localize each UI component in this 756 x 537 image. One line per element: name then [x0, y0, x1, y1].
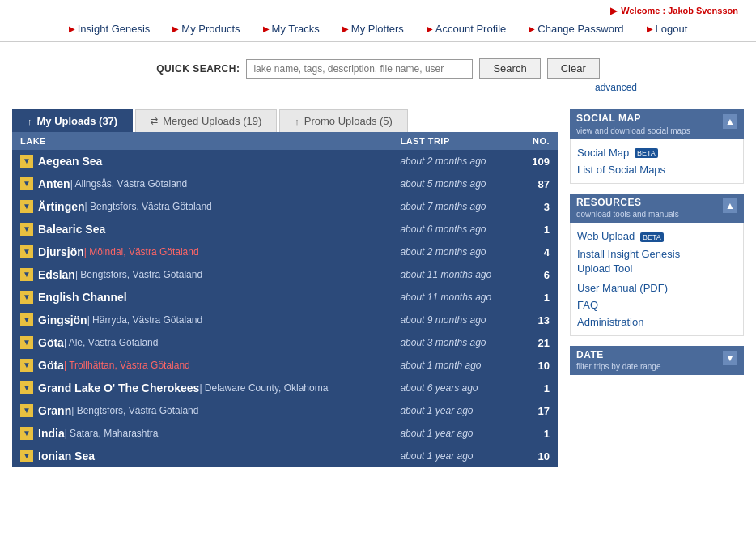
- row-no: 1: [518, 218, 558, 241]
- table-row[interactable]: ▼ Djursjön | Mölndal, Västra Götaland ab…: [12, 241, 558, 263]
- last-trip: about 3 months ago: [392, 331, 518, 354]
- row-arrow: ▼: [20, 427, 33, 440]
- lake-sub: | Bengtsfors, Västra Götaland: [75, 269, 202, 280]
- resources-sub: download tools and manuals: [576, 209, 679, 219]
- row-no: 10: [518, 354, 558, 377]
- lake-cell: ▼ Balearic Sea: [12, 218, 392, 241]
- lake-cell: ▼ Anten | Alingsås, Västra Götaland: [12, 173, 392, 195]
- tab-0[interactable]: ↑My Uploads (37): [12, 109, 133, 132]
- lake-name: Göta: [38, 359, 64, 372]
- lake-name: Edslan: [38, 268, 75, 281]
- tab-label: My Uploads (37): [37, 115, 118, 127]
- row-arrow: ▼: [20, 381, 33, 394]
- advanced-link[interactable]: advanced: [595, 82, 637, 93]
- date-section: DATE filter trips by date range ▼: [570, 346, 744, 376]
- date-sub: filter trips by date range: [576, 361, 661, 372]
- list-social-maps-link[interactable]: List of Social Maps: [577, 161, 737, 178]
- lake-name: Ionian Sea: [38, 450, 95, 462]
- last-trip: about 2 months ago: [392, 150, 518, 173]
- tab-label: Merged Uploads (19): [163, 115, 261, 127]
- row-arrow: ▼: [20, 450, 33, 462]
- table-row[interactable]: ▼ Gingsjön | Härryda, Västra Götaland ab…: [12, 309, 558, 331]
- last-trip: about 1 year ago: [392, 445, 518, 467]
- resources-toggle[interactable]: ▲: [723, 198, 737, 213]
- tab-icon: ↑: [295, 117, 299, 126]
- nav-bar: ▶Insight Genesis▶My Products▶My Tracks▶M…: [16, 19, 740, 41]
- row-no: 6: [518, 263, 558, 286]
- row-arrow: ▼: [20, 313, 33, 326]
- table-row[interactable]: ▼ Ionian Sea about 1 year ago 10: [12, 445, 558, 467]
- lake-sub: | Bengtsfors, Västra Götaland: [85, 201, 212, 212]
- social-map-link[interactable]: Social Map BETA: [577, 144, 737, 161]
- social-map-links: Social Map BETA List of Social Maps: [570, 139, 744, 184]
- lake-cell: ▼ Djursjön | Mölndal, Västra Götaland: [12, 241, 392, 263]
- lake-cell: ▼ India | Satara, Maharashtra: [12, 422, 392, 445]
- nav-item-my-tracks[interactable]: ▶My Tracks: [252, 23, 331, 35]
- col-last-trip: LAST TRIP: [392, 132, 518, 150]
- search-label: QUICK SEARCH:: [156, 63, 240, 75]
- lake-sub: | Mölndal, Västra Götaland: [84, 246, 199, 258]
- welcome-line: ▶ Welcome : Jakob Svensson: [16, 5, 740, 19]
- row-arrow: ▼: [20, 177, 33, 190]
- resources-section: RESOURCES download tools and manuals ▲ W…: [570, 194, 744, 336]
- tab-label: Promo Uploads (5): [304, 115, 393, 127]
- search-input[interactable]: [246, 59, 473, 79]
- faq-link[interactable]: FAQ: [577, 296, 737, 313]
- date-toggle[interactable]: ▼: [723, 351, 737, 365]
- row-no: 1: [518, 377, 558, 399]
- row-no: 13: [518, 309, 558, 331]
- table-row[interactable]: ▼ Anten | Alingsås, Västra Götaland abou…: [12, 173, 558, 195]
- table-row[interactable]: ▼ English Channel about 11 months ago 1: [12, 286, 558, 309]
- tab-1[interactable]: ⇄Merged Uploads (19): [135, 109, 277, 132]
- tab-2[interactable]: ↑Promo Uploads (5): [279, 109, 408, 132]
- nav-item-my-plotters[interactable]: ▶My Plotters: [331, 23, 415, 35]
- nav-item-my-products[interactable]: ▶My Products: [161, 23, 251, 35]
- administration-link[interactable]: Administration: [577, 313, 737, 330]
- lake-sub: | Alingsås, Västra Götaland: [70, 178, 188, 190]
- lake-sub: | Bengtsfors, Västra Götaland: [71, 405, 198, 416]
- table-row[interactable]: ▼ India | Satara, Maharashtra about 1 ye…: [12, 422, 558, 445]
- table-row[interactable]: ▼ Edslan | Bengtsfors, Västra Götaland a…: [12, 263, 558, 286]
- row-no: 3: [518, 195, 558, 218]
- lake-name: Grand Lake O' The Cherokees: [38, 381, 199, 394]
- nav-arrow: ▶: [69, 24, 75, 33]
- clear-button[interactable]: Clear: [547, 58, 600, 79]
- search-row: QUICK SEARCH: Search Clear: [156, 58, 599, 79]
- last-trip: about 1 year ago: [392, 399, 518, 422]
- last-trip: about 1 year ago: [392, 422, 518, 445]
- nav-label: My Plotters: [351, 23, 404, 35]
- nav-item-account-profile[interactable]: ▶Account Profile: [415, 23, 517, 35]
- install-tool-link[interactable]: Install Insight GenesisUpload Tool: [577, 245, 737, 279]
- lake-name: Anten: [38, 177, 70, 190]
- lake-sub: | Trollhättan, Västra Götaland: [64, 360, 190, 371]
- col-no: NO.: [518, 132, 558, 150]
- row-no: 1: [518, 422, 558, 445]
- table-row[interactable]: ▼ Grand Lake O' The Cherokees | Delaware…: [12, 377, 558, 399]
- search-button[interactable]: Search: [479, 58, 540, 79]
- nav-item-logout[interactable]: ▶Logout: [635, 23, 699, 35]
- row-no: 10: [518, 445, 558, 467]
- table-row[interactable]: ▼ Aegean Sea about 2 months ago 109: [12, 150, 558, 173]
- table-row[interactable]: ▼ Grann | Bengtsfors, Västra Götaland ab…: [12, 399, 558, 422]
- user-manual-link[interactable]: User Manual (PDF): [577, 279, 737, 296]
- nav-item-change-password[interactable]: ▶Change Password: [517, 23, 635, 35]
- last-trip: about 2 months ago: [392, 241, 518, 263]
- table-row[interactable]: ▼ Balearic Sea about 6 months ago 1: [12, 218, 558, 241]
- web-upload-link[interactable]: Web Upload BETA: [577, 228, 737, 245]
- nav-arrow: ▶: [342, 24, 349, 33]
- nav-arrow: ▶: [263, 24, 270, 33]
- table-row[interactable]: ▼ Ärtingen | Bengtsfors, Västra Götaland…: [12, 195, 558, 218]
- lake-name: Göta: [38, 336, 64, 349]
- lake-name: Djursjön: [38, 245, 84, 258]
- uploads-table: LAKE LAST TRIP NO. ▼ Aegean Sea about 2 …: [12, 132, 558, 467]
- lake-cell: ▼ Göta | Trollhättan, Västra Götaland: [12, 354, 392, 377]
- table-row[interactable]: ▼ Göta | Ale, Västra Götaland about 3 mo…: [12, 331, 558, 354]
- nav-item-insight-genesis[interactable]: ▶Insight Genesis: [57, 23, 162, 35]
- row-arrow: ▼: [20, 359, 33, 372]
- lake-sub: | Satara, Maharashtra: [65, 428, 159, 439]
- date-title: DATE: [576, 349, 661, 362]
- row-arrow: ▼: [20, 223, 33, 236]
- table-row[interactable]: ▼ Göta | Trollhättan, Västra Götaland ab…: [12, 354, 558, 377]
- social-map-toggle[interactable]: ▲: [723, 114, 737, 129]
- resources-links: Web Upload BETA Install Insight GenesisU…: [570, 223, 744, 335]
